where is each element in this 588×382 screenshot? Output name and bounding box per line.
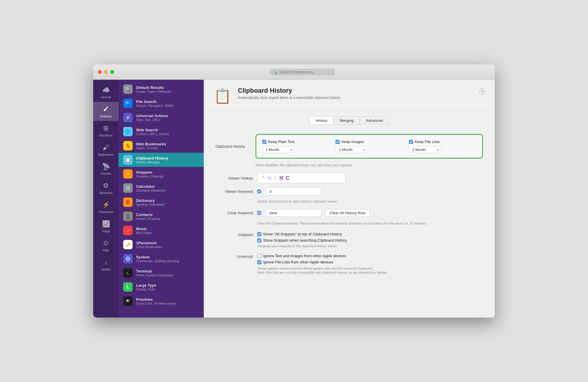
nav-label-advanced: Advanced: [99, 191, 112, 195]
ignore-file-lists-label: Ignore File Lists from other Apple devic…: [263, 260, 333, 264]
feature-list: 🔍 Default Results Scope, Types, Fallback…: [118, 80, 204, 318]
viewer-hotkey-label: Viewer Hotkey:: [216, 176, 254, 180]
feature-sub-default-results: Scope, Types, Fallbacks: [136, 90, 171, 93]
feature-text-calculator: Calculator Standard, Advanced: [136, 184, 165, 192]
show-snippets-searching-label: Show Snippets when searching Clipboard H…: [263, 238, 347, 243]
feature-icon-snippets: ✂: [123, 169, 133, 179]
nav-item-remote[interactable]: 📡 Remote: [93, 159, 118, 178]
close-button[interactable]: [98, 70, 102, 74]
feature-icon-web-bookmarks: 🔖: [123, 141, 133, 150]
nav-item-update[interactable]: ↓ Update: [93, 255, 118, 274]
feature-item-calculator[interactable]: 🔢 Calculator Standard, Advanced: [118, 181, 204, 195]
nav-item-features[interactable]: ✓ Features: [93, 102, 118, 121]
clear-keyword-checkbox[interactable]: [257, 211, 261, 215]
feature-icon-contacts: 👤: [123, 212, 133, 221]
nav-item-usage[interactable]: 📈 Usage: [93, 217, 118, 236]
nav-item-powerpack[interactable]: ⚡ Powerpack: [93, 197, 118, 217]
feature-name-calculator: Calculator: [136, 184, 165, 189]
clipboard-options-box: Keep Plain Text 1 Day 1 Week 1 Month 3 M…: [255, 134, 483, 159]
feature-text-previews: Previews Quick Look, Preview panels: [136, 297, 176, 305]
nav-item-workflows[interactable]: ⊞ Workflows: [93, 121, 118, 140]
clear-all-history-button[interactable]: Clear All History Now: [325, 209, 370, 217]
tab-merging[interactable]: Merging: [334, 117, 360, 124]
ignore-file-lists-row: Ignore File Lists from other Apple devic…: [257, 260, 346, 264]
feature-text-web-bookmarks: Web Bookmarks Safari, Chrome: [136, 142, 166, 150]
show-snippets-searching-checkbox[interactable]: [257, 238, 261, 243]
hotkey-alt-icon: ⌥: [267, 176, 272, 180]
viewer-keyword-input[interactable]: [266, 187, 322, 195]
feature-item-system[interactable]: ⏻ System Commands, Quitting, Ejecting: [118, 252, 204, 266]
feature-sub-clipboard-history: History, Merging: [136, 160, 168, 164]
feature-text-universal-actions: Universal Actions Files, Text, URLs: [136, 114, 168, 122]
bolt-icon: ⚡: [101, 200, 110, 209]
hotkey-key: C: [286, 175, 290, 181]
feature-item-contacts[interactable]: 👤 Contacts Viewer, Emailing: [118, 209, 204, 223]
feature-item-web-search[interactable]: 🌐 Web Search Custom, URLs, History: [118, 124, 204, 139]
feature-item-clipboard-history[interactable]: 📋 Clipboard History History, Merging: [118, 153, 204, 167]
nav-item-advanced[interactable]: ⚙ Advanced: [93, 178, 118, 197]
feature-sub-snippets: Snippets, Clippings: [136, 175, 164, 178]
feature-item-universal-actions[interactable]: ⚡ Universal Actions Files, Text, URLs: [118, 110, 204, 124]
nav-label-powerpack: Powerpack: [98, 210, 113, 214]
feature-name-dictionary: Dictionary: [136, 198, 165, 203]
feature-item-snippets[interactable]: ✂ Snippets Snippets, Clippings: [118, 167, 204, 181]
feature-item-large-type[interactable]: L Large Type Display, Font: [118, 280, 204, 294]
page-title: Clipboard History: [238, 87, 473, 94]
feature-sub-music: Mini Player: [136, 231, 152, 235]
show-all-snippets-checkbox[interactable]: [257, 232, 261, 236]
file-lists-duration-select[interactable]: 1 Day 1 Week 1 Month 3 Months 6 Months 1…: [409, 146, 441, 153]
help-button[interactable]: ?: [479, 88, 485, 94]
main-content: ☁️ General ✓ Features ⊞ Workflows 🖌 Appe…: [93, 80, 495, 318]
snippets-hint: Integrate your snippets in the clipboard…: [257, 244, 483, 248]
feature-icon-default-results: 🔍: [123, 84, 133, 94]
images-duration-select[interactable]: 1 Day 1 Week 1 Month 3 Months 6 Months 1…: [335, 146, 368, 153]
feature-item-dictionary[interactable]: 📕 Dictionary Spelling, Definitions: [118, 195, 204, 209]
feature-item-previews[interactable]: 👁 Previews Quick Look, Preview panels: [118, 294, 204, 308]
keep-file-lists-checkbox[interactable]: [409, 140, 413, 144]
snippets-section: Snippets: Show "All Snippets" at top of …: [216, 232, 483, 243]
option-file-lists: Keep File Lists 1 Day 1 Week 1 Month 3 M…: [409, 139, 476, 153]
feature-icon-system: ⏻: [123, 254, 133, 263]
nav-item-help[interactable]: ⊙ Help: [93, 236, 118, 255]
feature-name-previews: Previews: [136, 297, 176, 302]
brush-icon: 🖌: [101, 143, 110, 152]
keep-plain-text-checkbox[interactable]: [262, 140, 266, 144]
ignore-text-images-row: Ignore Text and Images from other Apple …: [257, 254, 346, 258]
minimize-button[interactable]: [104, 70, 108, 74]
feature-icon-large-type: L: [123, 282, 133, 292]
feature-icon-web-search: 🌐: [123, 127, 133, 136]
ignore-text-images-checkbox[interactable]: [257, 254, 261, 258]
feature-item-default-results[interactable]: 🔍 Default Results Scope, Types, Fallback…: [118, 82, 204, 96]
feature-name-file-search: File Search: [136, 99, 174, 104]
feature-item-1password[interactable]: 🔑 1Password 1Click Bookmarks: [118, 237, 204, 252]
keep-images-checkbox[interactable]: [335, 140, 340, 144]
feature-text-1password: 1Password 1Click Bookmarks: [136, 241, 162, 249]
viewer-hotkey-hint: Hotkey and keyword to open Alfred's clip…: [257, 200, 483, 203]
ignore-file-lists-checkbox[interactable]: [257, 260, 261, 264]
show-all-snippets-row: Show "All Snippets" at top of Clipboard …: [257, 232, 347, 236]
feature-item-file-search[interactable]: 🔍 File Search Search, Navigation, Buffer: [118, 96, 204, 110]
feature-text-default-results: Default Results Scope, Types, Fallbacks: [136, 85, 171, 93]
clear-keyword-input[interactable]: [266, 209, 322, 217]
search-input[interactable]: [279, 70, 329, 74]
feature-item-terminal[interactable]: ›_ Terminal Prefix, Custom Integration: [118, 266, 204, 280]
nav-label-workflows: Workflows: [99, 134, 113, 137]
show-snippets-searching-row: Show Snippets when searching Clipboard H…: [257, 238, 347, 243]
plain-text-duration-select[interactable]: 1 Day 1 Week 1 Month 3 Months 6 Months 1…: [262, 146, 295, 153]
maximize-button[interactable]: [110, 70, 114, 74]
clear-keyword-hint: Clear the Clipboard History. This keywor…: [257, 221, 483, 226]
feature-item-web-bookmarks[interactable]: 🔖 Web Bookmarks Safari, Chrome: [118, 139, 204, 153]
nav-item-general[interactable]: ☁️ General: [93, 83, 118, 102]
cloud-icon: ☁️: [101, 86, 110, 94]
viewer-keyword-checkbox[interactable]: [257, 190, 261, 193]
search-bar[interactable]: 🔍: [270, 69, 335, 75]
nav-item-appearance[interactable]: 🖌 Appearance: [93, 140, 118, 159]
feature-icon-clipboard-history: 📋: [123, 155, 133, 165]
tab-advanced[interactable]: Advanced: [360, 117, 389, 124]
feature-sub-1password: 1Click Bookmarks: [136, 245, 162, 249]
feature-icon-dictionary: 📕: [123, 197, 133, 207]
traffic-lights: [98, 70, 114, 74]
universal-label: Universal:: [216, 254, 254, 259]
feature-item-music[interactable]: ♪ Music Mini Player: [118, 223, 204, 237]
tab-history[interactable]: History: [309, 117, 333, 124]
